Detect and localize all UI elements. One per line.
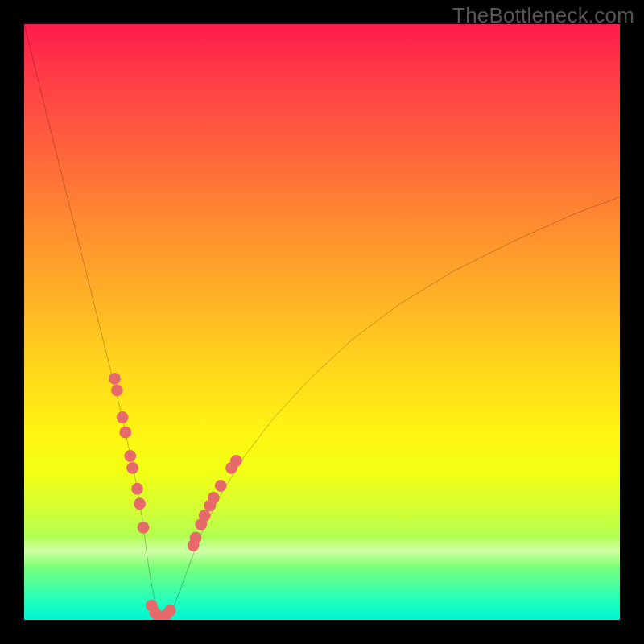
scatter-point (117, 411, 129, 423)
scatter-point (119, 427, 131, 439)
scatter-point (208, 492, 220, 504)
scatter-point (230, 455, 242, 467)
scatter-point (109, 373, 121, 385)
scatter-point (215, 480, 227, 492)
chart-frame: TheBottleneck.com (0, 0, 644, 644)
scatter-point (164, 605, 176, 617)
scatter-point (190, 531, 202, 543)
scatter-point (124, 450, 136, 462)
watermark-text: TheBottleneck.com (452, 3, 634, 28)
scatter-layer (24, 24, 620, 620)
scatter-point (111, 385, 123, 397)
scatter-point (126, 462, 138, 474)
scatter-point (199, 510, 211, 522)
scatter-point (134, 497, 146, 510)
scatter-point (131, 483, 143, 495)
scatter-point (138, 522, 150, 534)
plot-area (24, 24, 620, 620)
